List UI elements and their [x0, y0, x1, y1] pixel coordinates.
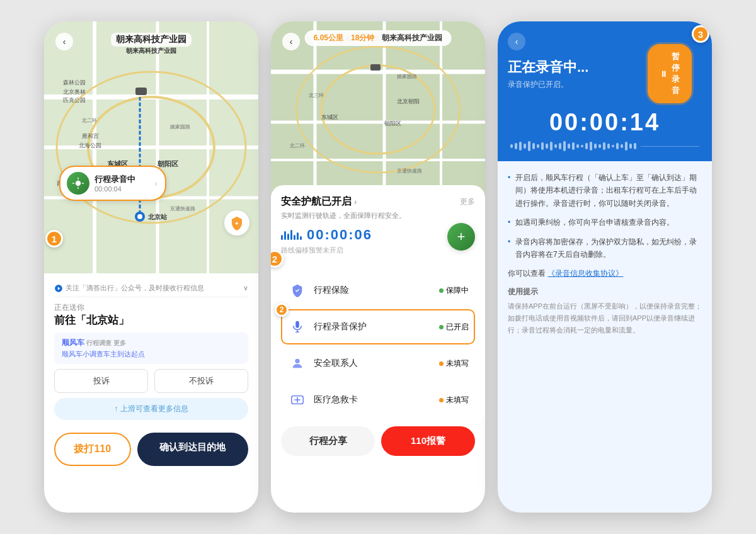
svg-point-23	[137, 214, 142, 219]
step-2-badge-inline: 2	[275, 303, 289, 317]
recording-name: 行程录音保护	[314, 321, 439, 332]
safety-item-recording[interactable]: 2 行程录音保护 已开启	[281, 309, 475, 344]
tips-title: 使用提示	[508, 285, 702, 298]
svg-rect-44	[370, 64, 381, 71]
phone-2: 朝来高科技产业园 北京朝阳 东城区 朝阳区 北三环 姚家园路 北二环 京通快速路…	[271, 21, 485, 513]
content-item-3: 录音内容将加密保存，为保护双方隐私，如无纠纷，录音内容将在7天后自动删除。	[508, 236, 702, 261]
carpool-banner: 顺风车 行程调查 更多 顺风车小调查车主到达起点	[54, 332, 248, 364]
waveform	[498, 141, 712, 151]
phone-3: ‹ 正在录音中... 录音保护已开启。 3 ⏸ 暂停录音 00:00:14	[498, 21, 712, 513]
safety-sub: 实时监测行驶轨迹，全面保障行程安全。	[281, 211, 475, 220]
swipe-up-button[interactable]: ↑ 上滑可查看更多信息	[54, 398, 248, 420]
trip-time: 18分钟	[351, 33, 374, 43]
safety-item-contact[interactable]: 安全联系人 未填写	[281, 346, 475, 381]
medical-dot	[439, 398, 444, 402]
svg-text:北京朝阳: 北京朝阳	[397, 98, 420, 105]
svg-text:京通快速路: 京通快速路	[397, 168, 422, 174]
carpool-sub: 顺风车小调查车主到达起点	[62, 349, 241, 359]
subscribe-text: 关注「滴答出行」公众号，及时接收行程信息	[54, 283, 204, 293]
content-item-2: 如遇司乘纠纷，你可向平台申请核查录音内容。	[508, 216, 702, 229]
medical-name: 医疗急救卡	[314, 394, 439, 406]
recording-header: ‹ 正在录音中... 录音保护已开启。 3 ⏸ 暂停录音	[498, 21, 712, 103]
bottom-panel-1: 关注「滴答出行」公众号，及时接收行程信息 ∨ 正在送你 前往「北京站」 顺风车 …	[44, 273, 258, 420]
subscribe-arrow: ∨	[243, 284, 248, 292]
safety-badge-icon[interactable]: ✦	[224, 210, 249, 236]
safety-title: 安全护航已开启 ›	[281, 195, 357, 208]
svg-text:北三环: 北三环	[309, 93, 324, 98]
svg-text:东城区: 东城区	[321, 114, 338, 120]
tips-text: 请保持APP在前台运行（黑屏不受影响），以便保持录音完整；如拨打电话或使用音视频…	[508, 300, 702, 336]
confirm-destination-button[interactable]: 确认到达目的地	[137, 433, 248, 466]
svg-text:北京奥林: 北京奥林	[63, 89, 86, 95]
insurance-dot	[439, 288, 444, 293]
svg-text:北二环: 北二环	[290, 143, 305, 149]
recording-icon	[67, 172, 89, 195]
action-row: 投诉 不投诉	[54, 369, 248, 393]
tips-section: 使用提示 请保持APP在前台运行（黑屏不受影响），以便保持录音完整；如拨打电话或…	[508, 285, 702, 336]
safety-panel: 安全护航已开启 › 更多 实时监测行驶轨迹，全面保障行程安全。 00:00:06…	[271, 185, 485, 418]
contact-status: 未填写	[439, 358, 469, 369]
pause-recording-button[interactable]: ⏸ 暂停录音	[648, 44, 692, 103]
step-3-badge: 3	[692, 25, 709, 43]
svg-text:北海公园: 北海公园	[79, 142, 101, 149]
timer-bars	[281, 230, 302, 240]
plus-button[interactable]: +	[447, 223, 475, 251]
mic-icon	[287, 317, 307, 337]
carpool-title: 顺风车 行程调查 更多	[62, 338, 241, 348]
svg-text:朝阳区: 朝阳区	[158, 160, 178, 168]
recording-arrow: ›	[154, 178, 158, 188]
trip-dest: 朝来高科技产业园	[382, 33, 442, 43]
sos-button[interactable]: 110报警	[381, 426, 475, 456]
share-trip-button[interactable]: 行程分享	[281, 426, 375, 456]
no-complain-button[interactable]: 不投诉	[154, 369, 248, 393]
map-title-1: 朝来高科技产业园	[111, 33, 192, 47]
main-bottom-btns: 拨打110 确认到达目的地	[44, 426, 258, 476]
map-area-2: 朝来高科技产业园 北京朝阳 东城区 朝阳区 北三环 姚家园路 北二环 京通快速路…	[271, 21, 485, 198]
safety-more[interactable]: 更多	[460, 196, 475, 207]
timer-row: 00:00:06	[281, 227, 475, 243]
pause-label: 暂停录音	[672, 51, 680, 96]
map-area-1: 森林公园 北京奥林 匹克公园 朝来高科技产业园 雍和宫 北海公园 东城区 朝阳区…	[44, 21, 258, 273]
safety-item-medical[interactable]: 医疗急救卡 未填写	[281, 382, 475, 418]
svg-text:姚家园路: 姚家园路	[397, 74, 417, 79]
recording-status: 已开启	[439, 322, 469, 332]
safety-item-insurance[interactable]: 行程保险 保障中	[281, 273, 475, 308]
svg-rect-45	[295, 321, 299, 328]
medical-status: 未填写	[439, 395, 469, 406]
insurance-name: 行程保险	[314, 285, 439, 296]
agreement-link[interactable]: 《录音信息收集协议》	[547, 269, 623, 278]
contact-dot	[439, 361, 444, 366]
bottom-btns-2: 行程分享 110报警	[271, 419, 485, 469]
agreement-link-row: 你可以查看 《录音信息收集协议》	[508, 267, 702, 280]
recording-banner[interactable]: 行程录音中 00:00:04 ›	[59, 166, 166, 201]
card-icon	[287, 390, 307, 410]
destination-info: 正在送你 前往「北京站」	[54, 297, 248, 329]
trip-info-bar: 6.05公里 18分钟 朝来高科技产业园	[305, 30, 452, 46]
contact-name: 安全联系人	[314, 358, 439, 369]
destination-name: 前往「北京站」	[54, 314, 129, 326]
big-timer: 00:00:14	[498, 109, 712, 136]
timer-section-3: 00:00:14	[498, 103, 712, 161]
recording-content: 开启后，顺风车行程（「确认上车」至「确认到达」期间）将使用本机进行录音；出租车行…	[498, 161, 712, 336]
svg-rect-21	[135, 88, 147, 95]
back-button-2[interactable]: ‹	[282, 33, 300, 50]
subscribe-bar: 关注「滴答出行」公众号，及时接收行程信息 ∨	[54, 280, 248, 297]
svg-text:✦: ✦	[234, 220, 239, 227]
back-button-1[interactable]: ‹	[55, 33, 73, 50]
safety-header: 安全护航已开启 › 更多	[281, 195, 475, 208]
svg-text:朝阳区: 朝阳区	[384, 120, 401, 127]
recording-dot	[439, 325, 444, 329]
svg-text:京通快速路: 京通快速路	[170, 206, 195, 212]
svg-text:北二环: 北二环	[82, 118, 97, 123]
route-warning: 路线偏移预警未开启	[281, 246, 475, 255]
complain-button[interactable]: 投诉	[54, 369, 148, 393]
recording-text: 行程录音中 00:00:04	[94, 174, 149, 193]
safety-items: 行程保险 保障中 2 行程录音保护	[281, 273, 475, 418]
content-item-1: 开启后，顺风车行程（「确认上车」至「确认到达」期间）将使用本机进行录音；出租车行…	[508, 171, 702, 210]
person-icon	[287, 353, 307, 373]
timer-display-2: 00:00:06	[307, 227, 372, 243]
back-button-3[interactable]: ‹	[508, 33, 525, 50]
call-110-button[interactable]: 拨打110	[54, 433, 131, 466]
shield-icon	[287, 280, 307, 300]
svg-text:朝来高科技产业园: 朝来高科技产业园	[126, 47, 176, 54]
